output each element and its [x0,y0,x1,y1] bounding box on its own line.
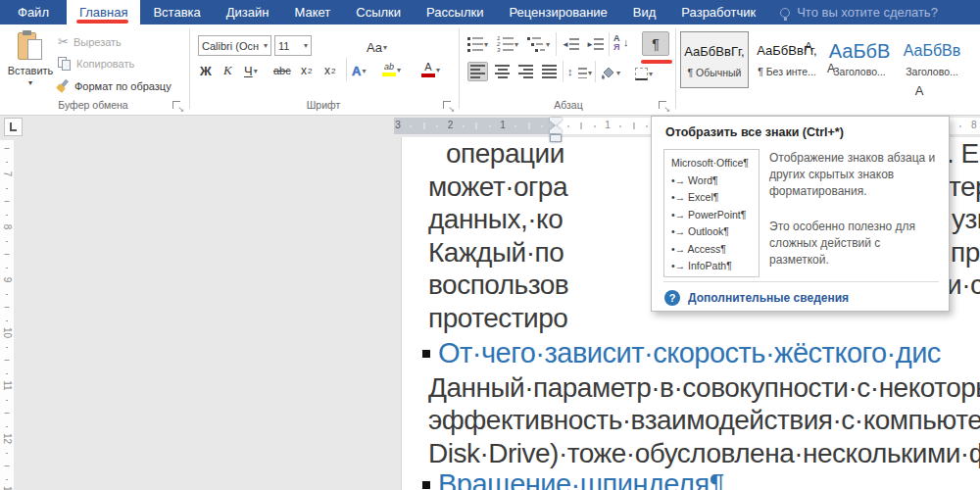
tooltip-divider [663,281,939,282]
tell-me-placeholder: Что вы хотите сделать? [797,5,938,20]
paste-icon [18,30,43,62]
ruler-number: 10 [2,327,13,339]
annotation-pilcrow-underline [641,60,672,64]
style-card[interactable]: А За [970,31,980,88]
line-spacing-button[interactable]: ↕ ▾ [567,62,592,83]
document-text-line[interactable]: может·огра [428,172,567,203]
tooltip-description-2: Это особенно полезно для сложных действи… [769,219,941,269]
style-card[interactable]: АаБбВвГг, ¶ Без инте... [753,31,821,88]
document-text-fragment[interactable]: про [951,237,980,269]
ribbon-tabs: ГлавнаяВставкаДизайнМакетСсылкиРассылкиР… [67,0,768,24]
help-icon: ? [664,290,680,306]
bullets-button[interactable]: ▾ [467,33,488,55]
document-text-line[interactable]: Disk·Drive)·тоже·обусловлена·несколькими… [428,438,980,469]
font-color-button[interactable]: А ▾ [421,59,440,80]
document-text-fragment[interactable]: узн [952,204,980,235]
numbering-button[interactable]: 123 ▾ [497,33,518,55]
ruler-number: 1 [500,120,506,130]
tooltip-preview-box: Microsoft·Office¶•→ Word¶•→ Excel¶•→ Pow… [663,149,760,277]
tooltip-preview-line: •→ InfoPath¶ [671,258,757,275]
font-name-dropdown-arrow[interactable]: ▾ [264,41,268,50]
increase-indent-button[interactable]: ► [586,33,604,55]
ribbon-tab[interactable]: Макет [281,0,343,24]
font-group-label: Шрифт [265,99,382,111]
underline-button[interactable]: Ч▾ [244,60,258,81]
style-card[interactable]: АаБбВ Заголово... [825,31,894,88]
style-card[interactable]: АаБбВвГг, ¶ Обычный [680,31,749,88]
change-case-button[interactable]: Aa▾ [367,36,387,58]
style-card[interactable]: АаБбВв Заголово... [898,31,966,88]
document-text-line[interactable]: воспользов [428,270,568,301]
paste-button[interactable]: Вставить ▾ [4,28,57,97]
strikethrough-button[interactable]: abc [273,60,291,81]
ribbon-tab[interactable]: Ссылки [343,0,414,24]
document-text-fragment[interactable]: . Ег [947,138,980,170]
line-spacing-icon: ↕ [567,66,587,79]
document-text-line[interactable]: эффективность·взаимодействия·с·компьютер… [428,405,980,436]
document-text-line[interactable]: данных,·ко [428,204,563,235]
tooltip-learn-more-link[interactable]: Дополнительные сведения [688,291,849,305]
ruler-number: 7 [2,169,13,180]
shading-button[interactable]: ▾ [600,62,620,83]
tooltip-preview-line: •→ PowerPoint¶ [671,207,757,224]
borders-button[interactable]: ▾ [635,63,653,84]
document-text-line[interactable]: Данный·параметр·в·совокупности·с·некотор… [428,372,980,404]
multilevel-list-icon [527,37,545,52]
document-text-line[interactable]: От·чего·зависит·скорость·жёсткого·дис [438,337,941,369]
decrease-indent-button[interactable]: ◄ [562,33,579,55]
bullets-icon [467,37,483,52]
tab-selector[interactable] [4,118,23,136]
ruler-number: 3 [395,120,401,130]
vertical-ruler[interactable]: 78910111213 [0,140,14,490]
ribbon-tab[interactable]: Рецензирование [496,0,619,24]
tooltip-preview-line: •→ Excel¶ [671,189,757,207]
text-effects-button[interactable]: А▾ [352,60,366,81]
highlight-icon: ab [382,63,396,76]
paste-dropdown-arrow[interactable]: ▾ [4,78,57,87]
ribbon-tab[interactable]: Дизайн [214,0,282,24]
ribbon-tab[interactable]: Рассылки [414,0,496,24]
sort-button[interactable]: А Я ↓ [613,32,633,54]
align-center-button[interactable] [492,62,513,81]
font-size-combobox[interactable]: 11 ▾ [274,35,312,56]
borders-icon [635,68,648,80]
decrease-indent-icon: ◄ [562,37,579,51]
clipboard-dialog-launcher[interactable] [172,101,183,112]
show-marks-button[interactable]: ¶ [642,31,669,56]
ruler-number: 11 [2,380,13,392]
left-indent-marker[interactable] [550,134,562,142]
tab-file[interactable]: Файл [0,0,67,24]
ribbon-tab[interactable]: Разработчик [668,0,768,24]
indent-markers[interactable] [550,118,562,144]
format-painter-button[interactable]: Формат по образцу [56,79,172,93]
first-line-indent-marker[interactable] [550,118,562,125]
document-text-line[interactable]: протестиро [428,303,567,334]
ribbon-tab[interactable]: Вставка [140,0,213,24]
paragraph-dialog-launcher[interactable] [659,101,669,112]
sort-icon: А Я ↓ [613,34,633,52]
tell-me-search[interactable]: Что вы хотите сделать? [780,0,938,24]
font-name-combobox[interactable]: Calibri (Осн ▾ [198,35,271,56]
subscript-button[interactable]: x2 [301,60,312,81]
document-text-fragment[interactable]: тера [949,172,980,203]
italic-button[interactable]: К [223,60,232,81]
align-left-button[interactable] [467,62,488,81]
multilevel-list-button[interactable]: ▾ [527,33,550,55]
document-text-line[interactable]: Вращение·шпинделя¶ [438,468,724,490]
hanging-indent-marker[interactable] [550,125,562,133]
ribbon-tab[interactable]: Вид [620,0,669,24]
align-right-button[interactable] [515,62,536,81]
tooltip-preview-line: •→ Access¶ [671,241,757,259]
font-size-dropdown-arrow[interactable]: ▾ [304,41,308,50]
bold-button[interactable]: Ж [200,60,212,81]
justify-button[interactable] [539,62,560,81]
document-text-fragment[interactable]: и·сп [947,270,980,301]
font-dialog-launcher[interactable] [443,101,454,112]
align-center-icon [495,65,510,78]
document-text-line[interactable]: Каждый·по [428,237,564,269]
highlight-button[interactable]: ab ▾ [382,59,401,80]
superscript-button[interactable]: x2 [324,60,335,81]
format-painter-icon [56,79,70,93]
document-text-line[interactable]: операции [446,138,564,170]
ruler-number: 12 [2,433,13,445]
